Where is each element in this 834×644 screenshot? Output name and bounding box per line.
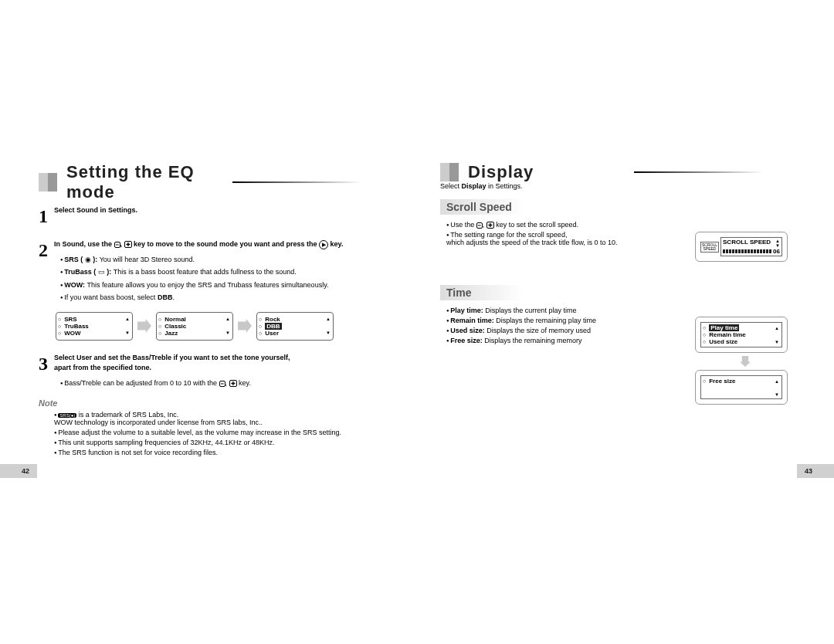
title-rule [232, 181, 394, 183]
srs-text: You will hear 3D Stereo sound. [100, 256, 195, 263]
step-number: 3 [39, 350, 54, 391]
step-3-bullet-text: Bass/Treble can be adjusted from 0 to 10… [64, 379, 219, 387]
page-43: Display Select Display in Settings. Scro… [417, 162, 834, 459]
eq-menu-2: Normal▲ Classic Jazz▼ [156, 312, 233, 341]
scroll-bar-icon [723, 249, 772, 253]
scroll-b2a: The setting range for the scroll speed, [450, 231, 567, 239]
radio-icon [259, 323, 263, 330]
scroll-speed-heading: Scroll Speed [440, 199, 579, 215]
title-bar-left: Setting the EQ mode [39, 162, 394, 202]
time-text: Displays the current play time [485, 307, 576, 314]
menu-item: Classic [164, 323, 186, 330]
note-item: The SRS function is not set for voice re… [54, 449, 394, 456]
step-2-text-c: key. [331, 240, 344, 248]
up-triangle-icon: ▲ [774, 326, 780, 330]
page-number: 43 [797, 464, 834, 478]
step-3: 3 Select User and set the Bass/Treble if… [39, 350, 394, 391]
note-item: This unit supports sampling frequencies … [54, 439, 394, 446]
lcd-item: Remain time [709, 331, 746, 338]
up-triangle-icon: ▲ [325, 317, 331, 321]
time-label: Play time: [450, 307, 483, 314]
down-triangle-icon: ▼ [774, 392, 780, 397]
step-2-text-b: key to move to the sound mode you want a… [132, 240, 320, 248]
radio-icon [703, 378, 707, 385]
trubass-text: This is a bass boost feature that adds f… [114, 268, 297, 276]
time-text: Displays the size of memory used [486, 327, 591, 334]
menu-item: TruBass [64, 323, 89, 330]
comma: , [225, 379, 229, 387]
radio-icon [158, 330, 163, 337]
step-1-text: Select Sound in Settings. [54, 202, 394, 230]
step-2-body: In Sound, use the , key to move to the s… [54, 236, 394, 306]
up-triangle-icon: ▲ [124, 317, 131, 321]
scroll-b1-end: key to set the scroll speed. [494, 221, 578, 229]
trubass-suffix: ): [105, 268, 112, 276]
note-item: WOW technology is incorporated under lic… [54, 419, 263, 426]
title-rule [634, 171, 795, 173]
radio-icon [259, 316, 263, 323]
intro-a: Select [440, 182, 459, 190]
title-bar-right: Display [440, 162, 795, 182]
menu-item: Normal [164, 316, 186, 323]
radio-icon [58, 323, 63, 330]
note-heading: Note [39, 398, 394, 408]
time-label: Free size: [450, 337, 483, 344]
plus-icon [486, 221, 494, 229]
step-3-bullet-end: key. [237, 379, 251, 387]
time-bullets: Play time: Displays the current play tim… [440, 307, 656, 344]
time-text: Displays the remaining memory [484, 337, 581, 344]
play-icon [319, 240, 328, 248]
plus-icon [124, 240, 132, 248]
wow-label: WOW: [64, 281, 85, 289]
dbb-label: DBB [158, 293, 173, 301]
radio-icon [158, 323, 163, 330]
intro-c: in Settings. [488, 182, 523, 190]
menu-item: User [265, 330, 279, 337]
step-1: 1 Select Sound in Settings. [39, 202, 394, 230]
radio-icon [58, 316, 63, 323]
page-title: Setting the EQ mode [66, 162, 228, 202]
trubass-symbol-icon: ▭ [98, 268, 105, 276]
note-item: is a trademark of SRS Labs, Inc. [79, 411, 179, 419]
step-3-text-a: Select User and set the Bass/Treble if y… [54, 353, 394, 364]
title-marker-icon [39, 173, 57, 192]
lcd-item-selected: Play time [709, 324, 739, 331]
radio-icon [158, 316, 163, 323]
scroll-b1: Use the [450, 221, 476, 229]
minus-icon [219, 379, 225, 387]
radio-icon [703, 324, 707, 331]
time-text: Displays the remaining play time [496, 317, 596, 324]
manual-spread: Setting the EQ mode 1 Select Sound in Se… [0, 0, 834, 459]
up-triangle-icon: ▲ [774, 379, 780, 384]
lcd-item: Free size [709, 378, 735, 385]
step-2-text-a: In Sound, use the [54, 240, 114, 248]
page-number: 42 [0, 464, 37, 478]
page-title: Display [468, 162, 629, 182]
time-label: Remain time: [450, 317, 494, 324]
intro-b: Display [462, 182, 486, 190]
step-3-body: Select User and set the Bass/Treble if y… [54, 350, 394, 391]
menu-item: WOW [64, 330, 80, 337]
radio-icon [259, 330, 263, 337]
up-triangle-icon: ▲ [225, 317, 231, 321]
arrow-down-icon [740, 356, 751, 367]
display-intro: Select Display in Settings. [440, 182, 795, 190]
lcd-item: Used size [709, 338, 737, 345]
bassboost-text: If you want bass boost, select [64, 293, 155, 301]
srs-logo-icon: SRS(●) [58, 413, 76, 418]
notes-list: SRS(●) is a trademark of SRS Labs, Inc.W… [48, 411, 394, 456]
eq-menu-flow: SRS▲ TruBass WOW▼ Normal▲ Classic Jazz▼ … [56, 312, 394, 341]
menu-item: Rock [265, 316, 280, 323]
time-label: Used size: [450, 327, 485, 334]
lcd-scroll-value: 06 [773, 248, 780, 255]
eq-menu-1: SRS▲ TruBass WOW▼ [56, 312, 133, 341]
menu-item: Jazz [164, 330, 178, 337]
radio-icon [703, 338, 707, 345]
eq-menu-3: Rock▲ DBB User▼ [256, 312, 334, 341]
srs-suffix: ): [91, 256, 98, 263]
plus-icon [229, 379, 237, 387]
step-number: 1 [39, 202, 54, 230]
menu-item: SRS [64, 316, 76, 323]
menu-item-selected: DBB [265, 323, 281, 330]
scroll-side-label: SCROLLSPEED [700, 242, 719, 253]
